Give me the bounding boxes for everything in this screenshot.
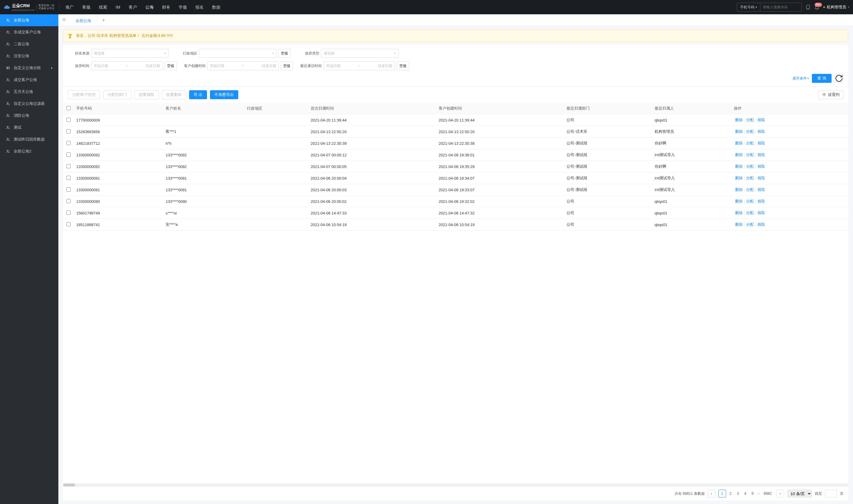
search-input[interactable] xyxy=(760,3,796,11)
jump-input[interactable] xyxy=(825,490,837,498)
toolbar-btn-5[interactable]: 不加密导出 xyxy=(210,90,238,99)
page-5[interactable]: 5 xyxy=(750,491,756,496)
nav-item-9[interactable]: 数据 xyxy=(208,0,224,14)
op-领取[interactable]: 领取 xyxy=(756,164,766,168)
op-分配[interactable]: 分配 xyxy=(745,211,755,215)
op-领取[interactable]: 领取 xyxy=(756,187,766,192)
sidebar-item-6[interactable]: 五月天公海 xyxy=(0,86,58,98)
row-checkbox[interactable] xyxy=(67,129,71,133)
op-分配[interactable]: 分配 xyxy=(745,118,755,122)
op-删除[interactable]: 删除 xyxy=(734,211,744,215)
logo[interactable]: 云朵CRM www.yunduocrm.com 教育机构一站 式服务云平台 xyxy=(4,3,59,11)
op-分配[interactable]: 分配 xyxy=(745,187,755,192)
nav-item-4[interactable]: 客户 xyxy=(125,0,141,14)
date-range-input[interactable]: 开始日期~结束日期 xyxy=(207,61,279,70)
sidebar-item-9[interactable]: 测试 xyxy=(0,122,58,133)
op-删除[interactable]: 删除 xyxy=(734,118,744,122)
sidebar-item-2[interactable]: 二咨公海 xyxy=(0,38,58,50)
nav-item-1[interactable]: 客服 xyxy=(79,0,94,14)
horizontal-scrollbar[interactable] xyxy=(63,483,848,486)
add-user-icon[interactable] xyxy=(224,4,230,10)
op-删除[interactable]: 删除 xyxy=(734,129,744,134)
op-分配[interactable]: 分配 xyxy=(745,152,755,157)
row-checkbox[interactable] xyxy=(67,152,71,157)
op-领取[interactable]: 领取 xyxy=(756,129,766,134)
filter-select[interactable]: 请选择▾ xyxy=(321,49,399,58)
op-分配[interactable]: 分配 xyxy=(745,176,755,180)
sidebar-item-3[interactable]: 注安公海 xyxy=(0,50,58,62)
filter-select[interactable]: ▾ xyxy=(199,49,276,58)
row-checkbox[interactable] xyxy=(67,118,71,122)
sidebar-item-5[interactable]: 成交客户公海 xyxy=(0,74,58,86)
sidebar-item-10[interactable]: 测试昨日回库数据 xyxy=(0,133,58,145)
op-分配[interactable]: 分配 xyxy=(745,141,755,145)
nav-item-7[interactable]: 学服 xyxy=(175,0,190,14)
row-checkbox[interactable] xyxy=(67,141,71,145)
op-删除[interactable]: 删除 xyxy=(734,187,744,192)
configure-columns-button[interactable]: 设置列 xyxy=(818,90,843,99)
op-领取[interactable]: 领取 xyxy=(756,118,766,122)
nav-item-6[interactable]: 财务 xyxy=(159,0,174,14)
page-1[interactable]: 1 xyxy=(719,490,726,498)
row-checkbox[interactable] xyxy=(67,211,71,215)
op-领取[interactable]: 领取 xyxy=(756,222,766,227)
op-分配[interactable]: 分配 xyxy=(745,222,755,227)
user-menu[interactable]: 机构管理员 ▾ xyxy=(823,4,849,10)
scroll-thumb[interactable] xyxy=(63,483,75,486)
op-分配[interactable]: 分配 xyxy=(745,164,755,168)
date-range-input[interactable]: 开始日期~结束日期 xyxy=(91,61,163,70)
row-checkbox[interactable] xyxy=(67,187,71,192)
nav-item-3[interactable]: IM xyxy=(112,0,124,14)
empty-value-button[interactable]: 空值 xyxy=(280,61,293,70)
sidebar-item-11[interactable]: 全部公海2 xyxy=(0,145,58,157)
op-删除[interactable]: 删除 xyxy=(734,222,744,227)
search-button[interactable]: 查 询 xyxy=(812,74,832,83)
page-2[interactable]: 2 xyxy=(728,491,733,496)
nav-item-8[interactable]: 报名 xyxy=(192,0,207,14)
op-删除[interactable]: 删除 xyxy=(734,164,744,168)
refresh-button[interactable] xyxy=(835,74,843,83)
op-分配[interactable]: 分配 xyxy=(745,199,755,203)
row-checkbox[interactable] xyxy=(67,164,71,168)
page-last[interactable]: 6882 xyxy=(762,491,774,496)
bell-icon[interactable]: 99+ xyxy=(814,4,820,10)
search-type-select[interactable]: 手机号码 ▾ xyxy=(737,3,760,11)
nav-item-2[interactable]: 线索 xyxy=(95,0,111,14)
op-分配[interactable]: 分配 xyxy=(745,129,755,134)
sidebar-item-0[interactable]: 全部公海 xyxy=(0,14,58,26)
op-删除[interactable]: 删除 xyxy=(734,141,744,145)
op-删除[interactable]: 删除 xyxy=(734,176,744,180)
page-size-select[interactable]: 10 条/页 xyxy=(787,490,812,498)
sidebar-item-7[interactable]: 自定义公海过滤器 xyxy=(0,98,58,110)
tab-add-button[interactable]: + xyxy=(97,18,110,23)
next-page-button[interactable]: › xyxy=(777,490,784,498)
tab-all-public[interactable]: 全部公海 xyxy=(70,14,97,26)
toolbar-btn-4[interactable]: 导 出 xyxy=(189,90,207,99)
op-删除[interactable]: 删除 xyxy=(734,152,744,157)
sidebar-item-8[interactable]: 消防公海 xyxy=(0,110,58,122)
row-checkbox[interactable] xyxy=(67,222,71,227)
empty-value-button[interactable]: 空值 xyxy=(278,49,291,58)
phone-icon[interactable] xyxy=(230,4,236,10)
op-领取[interactable]: 领取 xyxy=(756,141,766,145)
select-all-checkbox[interactable] xyxy=(67,106,71,110)
page-4[interactable]: 4 xyxy=(743,491,748,496)
row-checkbox[interactable] xyxy=(67,176,71,180)
empty-value-button[interactable]: 空值 xyxy=(164,61,177,70)
tablet-icon[interactable] xyxy=(805,4,811,10)
sidebar-item-1[interactable]: 非成交客户公海 xyxy=(0,26,58,38)
op-领取[interactable]: 领取 xyxy=(756,176,766,180)
op-删除[interactable]: 删除 xyxy=(734,199,744,203)
sidebar-item-4[interactable]: 自定义公海分组▾ xyxy=(0,62,58,74)
op-领取[interactable]: 领取 xyxy=(756,152,766,157)
date-range-input[interactable]: 开始日期~结束日期 xyxy=(324,61,395,70)
tab-collapse-icon[interactable] xyxy=(58,18,70,23)
nav-item-0[interactable]: 推广 xyxy=(62,0,77,14)
row-checkbox[interactable] xyxy=(67,199,71,203)
op-领取[interactable]: 领取 xyxy=(756,199,766,203)
search-icon[interactable] xyxy=(796,3,801,8)
nav-item-5[interactable]: 公海 xyxy=(142,0,157,14)
filter-select[interactable]: 请选择▾ xyxy=(91,49,168,58)
empty-value-button[interactable]: 空值 xyxy=(397,61,409,70)
prev-page-button[interactable]: ‹ xyxy=(708,490,715,498)
